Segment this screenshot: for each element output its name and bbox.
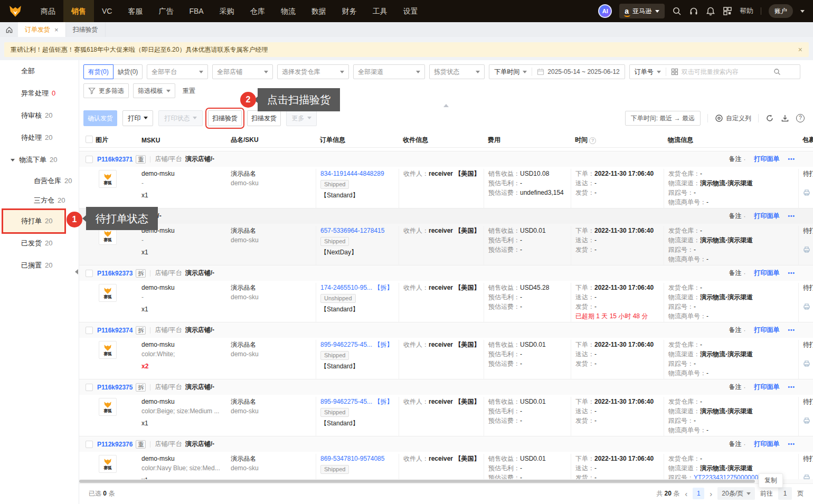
- sidebar-item-exception[interactable]: 异常处理0: [0, 82, 79, 104]
- select-all-checkbox[interactable]: [86, 136, 93, 143]
- sellfox-logo-icon[interactable]: [7, 3, 23, 19]
- product-image[interactable]: 赛狐: [99, 341, 117, 359]
- sidebar-item-pending-print[interactable]: 待打单20: [3, 210, 64, 232]
- search-input[interactable]: [682, 68, 770, 75]
- more-actions-button[interactable]: 更多: [286, 110, 317, 126]
- remark-dropdown-icon[interactable]: ·: [743, 213, 745, 220]
- remark-dropdown-icon[interactable]: ·: [743, 384, 745, 391]
- date-range-picker[interactable]: 2025-05-14 ~ 2025-06-12: [532, 68, 624, 75]
- tab-scan-check[interactable]: 扫描验货: [66, 22, 106, 37]
- order-checkbox[interactable]: [86, 156, 93, 163]
- channel-select[interactable]: 全部渠道: [353, 64, 425, 79]
- product-image[interactable]: 赛狐: [99, 455, 117, 473]
- warehouse-select[interactable]: 选择发货仓库: [277, 64, 349, 79]
- tab-order-shipping[interactable]: 订单发货 ×: [18, 22, 66, 37]
- close-icon[interactable]: ×: [798, 45, 802, 54]
- sidebar-item-shipped[interactable]: 已发货20: [0, 232, 79, 254]
- collapse-up-icon[interactable]: [443, 101, 449, 107]
- nav-item-purchase[interactable]: 采购: [212, 0, 242, 22]
- nav-item-ads[interactable]: 广告: [150, 0, 181, 22]
- order-checkbox[interactable]: [86, 384, 93, 391]
- print-package-icon[interactable]: [803, 417, 810, 424]
- app-grid-icon[interactable]: [723, 6, 732, 16]
- next-page-button[interactable]: ›: [710, 489, 712, 498]
- order-number-link[interactable]: P116k92375: [97, 384, 133, 391]
- more-actions-link[interactable]: •••: [788, 327, 795, 333]
- sort-order-button[interactable]: 下单时间: 最近 → 最远: [625, 111, 701, 126]
- picking-status-select[interactable]: 拣货状态: [429, 64, 485, 79]
- horizontal-scrollbar[interactable]: [79, 479, 813, 483]
- current-page-button[interactable]: 1: [693, 488, 704, 499]
- reset-filters-button[interactable]: 重置: [179, 83, 198, 98]
- print-label-link[interactable]: 打印面单: [754, 155, 779, 164]
- download-icon[interactable]: [781, 114, 789, 122]
- print-package-icon[interactable]: [803, 360, 810, 367]
- scrollbar-thumb[interactable]: [79, 480, 755, 483]
- order-info-link[interactable]: 174-2465510-95...: [320, 284, 372, 291]
- sidebar-item-logistics-order[interactable]: 物流下单20: [0, 149, 79, 171]
- sidebar-collapse-handle[interactable]: [72, 269, 78, 274]
- more-filters-button[interactable]: 更多筛选: [83, 83, 129, 98]
- nav-item-fba[interactable]: FBA: [181, 0, 211, 22]
- nav-item-warehouse[interactable]: 仓库: [242, 0, 273, 22]
- help-icon[interactable]: ?: [796, 114, 805, 122]
- print-label-link[interactable]: 打印面单: [754, 383, 779, 392]
- sidebar-item-all[interactable]: 全部: [0, 60, 79, 82]
- nav-item-data[interactable]: 数据: [304, 0, 334, 22]
- nav-item-vc[interactable]: VC: [94, 0, 120, 22]
- more-actions-link[interactable]: •••: [788, 156, 795, 162]
- print-package-icon[interactable]: [803, 474, 810, 479]
- sidebar-item-own-warehouse[interactable]: 自营仓库20: [0, 171, 79, 191]
- notification-bell-icon[interactable]: [706, 6, 715, 16]
- scan-check-button[interactable]: 扫描验货: [208, 110, 242, 126]
- sidebar-item-pending-review[interactable]: 待审核20: [0, 104, 79, 127]
- print-label-link[interactable]: 打印面单: [754, 440, 779, 449]
- refresh-icon[interactable]: [765, 114, 774, 122]
- remark-link[interactable]: 备注: [729, 440, 741, 449]
- close-icon[interactable]: ×: [54, 26, 59, 34]
- platform-select[interactable]: 全部平台: [147, 64, 208, 79]
- search-icon[interactable]: [672, 6, 682, 16]
- order-checkbox[interactable]: [86, 327, 93, 334]
- nav-item-customer-service[interactable]: 客服: [120, 0, 150, 22]
- order-checkbox[interactable]: [86, 270, 93, 277]
- print-label-link[interactable]: 打印面单: [754, 269, 779, 278]
- sidebar-item-pending-process[interactable]: 待处理20: [0, 127, 79, 149]
- order-info-link[interactable]: 869-5347810-9574085: [320, 455, 384, 462]
- copy-tooltip[interactable]: 复制: [759, 473, 783, 488]
- marketplace-selector[interactable]: a 亚马逊: [619, 4, 665, 18]
- filter-template-select[interactable]: 筛选模板: [133, 83, 175, 98]
- home-tab-button[interactable]: [0, 22, 18, 37]
- order-info-link[interactable]: 895-9462275-45...: [320, 341, 372, 348]
- order-number-link[interactable]: P116k92373: [97, 270, 133, 277]
- more-actions-link[interactable]: •••: [788, 270, 795, 276]
- nav-item-logistics[interactable]: 物流: [273, 0, 304, 22]
- print-package-icon[interactable]: [803, 303, 810, 310]
- remark-dropdown-icon[interactable]: ·: [743, 270, 745, 277]
- remark-link[interactable]: 备注: [729, 269, 741, 278]
- order-info-link[interactable]: 895-9462275-45...: [320, 398, 372, 405]
- print-status-button[interactable]: 打印状态: [158, 110, 203, 126]
- nav-item-sales[interactable]: 销售: [63, 0, 94, 22]
- order-number-link[interactable]: P116k92374: [97, 327, 133, 334]
- filter-in-stock[interactable]: 有货(0): [83, 64, 114, 79]
- headset-icon[interactable]: [689, 6, 698, 16]
- help-link[interactable]: 帮助: [740, 6, 753, 16]
- more-actions-link[interactable]: •••: [788, 384, 795, 390]
- custom-columns-button[interactable]: 自定义列: [715, 114, 751, 123]
- print-package-icon[interactable]: [803, 189, 810, 196]
- nav-item-finance[interactable]: 财务: [334, 0, 365, 22]
- order-number-link[interactable]: P116k92371: [97, 156, 133, 163]
- order-checkbox[interactable]: [86, 441, 93, 448]
- ai-assistant-button[interactable]: AI: [598, 4, 612, 18]
- chevron-down-icon[interactable]: [800, 10, 805, 15]
- search-field-select[interactable]: 订单号: [630, 68, 666, 77]
- scan-ship-button[interactable]: 扫描发货: [247, 110, 281, 126]
- confirm-ship-button[interactable]: 确认发货: [83, 110, 117, 126]
- remark-dropdown-icon[interactable]: ·: [743, 327, 745, 334]
- print-label-link[interactable]: 打印面单: [754, 212, 779, 221]
- store-select[interactable]: 全部店铺: [212, 64, 273, 79]
- more-actions-link[interactable]: •••: [788, 441, 795, 447]
- prev-page-button[interactable]: ‹: [685, 489, 687, 498]
- page-size-select[interactable]: 20条/页: [717, 487, 755, 500]
